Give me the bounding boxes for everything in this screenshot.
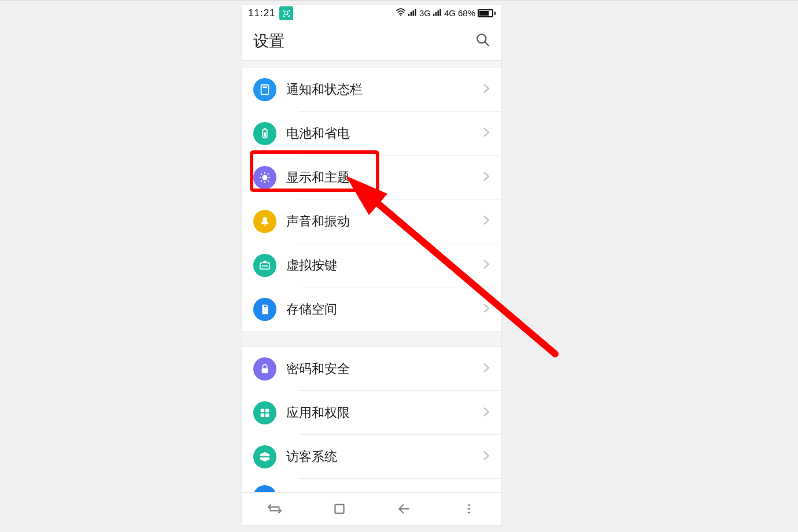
svg-rect-40	[335, 504, 343, 513]
svg-rect-3	[411, 12, 412, 16]
virtual-keys-icon	[253, 254, 276, 277]
row-sound-vibration[interactable]: 声音和振动	[242, 200, 501, 243]
chevron-right-icon	[483, 259, 490, 272]
battery-saving-icon	[253, 122, 276, 145]
status-time: 11:21	[248, 8, 276, 19]
display-theme-icon	[253, 166, 276, 189]
svg-rect-36	[261, 413, 264, 417]
sound-vibration-icon	[253, 210, 276, 233]
svg-rect-5	[415, 9, 416, 16]
svg-marker-39	[260, 457, 270, 461]
status-left: 11:21	[248, 6, 293, 20]
row-label: 电池和省电	[286, 125, 483, 142]
chevron-right-icon	[483, 450, 490, 463]
svg-rect-0	[285, 12, 287, 14]
status-network-2: 4G	[444, 8, 456, 18]
svg-point-29	[264, 265, 266, 267]
svg-rect-31	[263, 261, 267, 263]
svg-rect-7	[435, 12, 437, 16]
android-nav-bar	[242, 492, 501, 525]
phone-frame: 11:21 3G 4G 68%	[242, 5, 501, 525]
svg-line-11	[485, 42, 489, 46]
svg-point-30	[266, 265, 268, 267]
svg-point-1	[400, 14, 401, 16]
svg-point-28	[262, 265, 264, 267]
svg-marker-38	[260, 452, 270, 456]
canvas: 11:21 3G 4G 68%	[0, 0, 798, 532]
page-header: 设置	[242, 21, 501, 61]
svg-rect-35	[265, 409, 269, 412]
svg-line-25	[268, 173, 269, 175]
row-partial-next[interactable]	[242, 479, 501, 493]
row-guest-mode[interactable]: 访客系统	[242, 435, 501, 479]
settings-section-1: 通知和状态栏 电池和省电 显示和主题	[242, 68, 501, 331]
row-label: 访客系统	[286, 448, 483, 466]
row-label: 应用和权限	[286, 404, 483, 422]
svg-line-22	[261, 173, 262, 175]
svg-rect-12	[261, 85, 269, 95]
chevron-right-icon	[483, 407, 490, 419]
row-storage[interactable]: 存储空间	[242, 287, 501, 331]
status-right: 3G 4G 68%	[396, 8, 496, 18]
row-label: 密码和安全	[286, 360, 483, 378]
svg-rect-37	[265, 413, 269, 417]
svg-rect-9	[439, 9, 441, 16]
svg-rect-4	[412, 10, 413, 16]
svg-rect-6	[433, 14, 434, 16]
row-notification-statusbar[interactable]: 通知和状态栏	[242, 68, 501, 112]
notification-statusbar-icon	[253, 78, 276, 101]
search-button[interactable]	[475, 32, 490, 50]
row-password-security[interactable]: 密码和安全	[242, 347, 501, 391]
password-security-icon	[253, 357, 276, 380]
status-network-1: 3G	[419, 8, 431, 18]
chevron-right-icon	[483, 83, 490, 96]
battery-icon	[478, 9, 496, 17]
section-gap-middle	[242, 331, 501, 347]
nav-home-button[interactable]	[311, 501, 368, 516]
page-title: 设置	[253, 31, 285, 51]
row-apps-permissions[interactable]: 应用和权限	[242, 391, 501, 435]
wifi-icon	[396, 8, 406, 18]
svg-rect-26	[264, 225, 266, 226]
row-label: 声音和振动	[286, 213, 483, 230]
chevron-right-icon	[483, 215, 490, 228]
row-label: 存储空间	[286, 301, 483, 318]
apps-permissions-icon	[253, 401, 276, 424]
row-virtual-keys[interactable]: 虚拟按键	[242, 243, 501, 287]
status-battery-pct: 68%	[458, 8, 475, 18]
svg-rect-32	[264, 306, 267, 308]
signal-bars-icon-2	[433, 8, 442, 18]
row-label: 虚拟按键	[286, 257, 483, 274]
section-gap-top	[242, 61, 501, 68]
svg-rect-13	[263, 87, 267, 88]
guest-mode-icon	[253, 445, 276, 468]
settings-section-2: 密码和安全 应用和权限 访客系统	[242, 347, 501, 493]
row-label: 通知和状态栏	[286, 81, 483, 98]
nav-recent-button[interactable]	[246, 501, 304, 516]
nav-back-button[interactable]	[375, 501, 433, 516]
svg-line-24	[261, 180, 262, 182]
svg-rect-34	[261, 409, 264, 412]
status-bar: 11:21 3G 4G 68%	[242, 5, 501, 21]
svg-rect-2	[408, 14, 409, 16]
svg-line-23	[268, 180, 269, 182]
row-label: 显示和主题	[286, 169, 483, 186]
svg-rect-15	[264, 128, 266, 130]
nav-menu-button[interactable]	[440, 501, 498, 516]
svg-rect-33	[262, 368, 268, 373]
svg-rect-8	[437, 10, 438, 16]
row-display-theme[interactable]: 显示和主题	[242, 156, 501, 200]
chevron-right-icon	[483, 363, 490, 375]
svg-rect-16	[264, 132, 266, 136]
row-battery-saving[interactable]: 电池和省电	[242, 112, 501, 156]
chevron-right-icon	[483, 303, 490, 316]
chevron-right-icon	[483, 127, 490, 140]
chevron-right-icon	[483, 171, 490, 184]
svg-point-10	[477, 34, 486, 43]
svg-point-17	[262, 175, 267, 180]
storage-icon	[253, 298, 276, 321]
signal-bars-icon	[408, 8, 417, 18]
scan-icon	[279, 6, 293, 20]
